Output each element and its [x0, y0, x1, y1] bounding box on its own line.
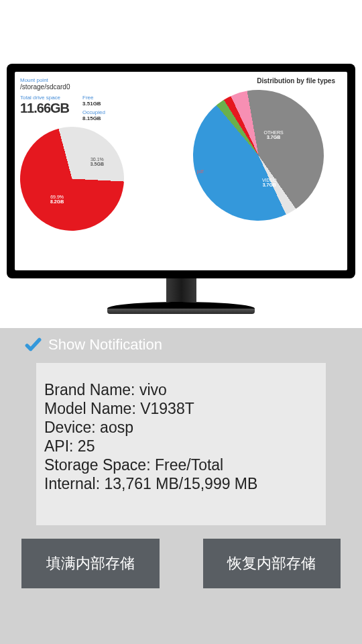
free-label: Free	[82, 95, 105, 101]
occupied-label: Occupied	[82, 109, 105, 115]
storage-line: Storage Space: Free/Total	[44, 455, 318, 474]
pie-video-label: VIDEO 3.7GB	[262, 178, 277, 187]
fill-storage-button[interactable]: 填满内部存储	[21, 539, 160, 588]
checkbox-label: Show Notification	[48, 336, 162, 354]
monitor-stand	[166, 278, 196, 302]
pie-occupied-label: 69.9% 8.2GB	[50, 195, 64, 204]
total-space-value: 11.66GB	[20, 101, 69, 116]
show-notification-checkbox[interactable]: Show Notification	[0, 328, 362, 362]
filetype-pie-chart: OTHERS 3.7GB VIDEO 3.7GB pdf	[193, 90, 324, 221]
device-info-panel: Brand Name: vivo Model Name: V1938T Devi…	[36, 363, 326, 525]
pie-others-label: OTHERS 3.7GB	[264, 130, 284, 140]
internal-line: Internal: 13,761 MB/15,999 MB	[44, 474, 318, 493]
distribution-title: Distribution by file types	[174, 77, 342, 85]
monitor-screen: Mount point /storage/sdcard0 Total drive…	[15, 72, 347, 270]
device-line: Device: aosp	[44, 418, 318, 437]
restore-storage-button[interactable]: 恢复内部存储	[203, 539, 341, 588]
brand-line: Brand Name: vivo	[44, 380, 318, 399]
monitor-frame: Mount point /storage/sdcard0 Total drive…	[7, 64, 355, 278]
pie-free-label: 30.1% 3.5GB	[90, 157, 104, 166]
occupied-value: 8.15GB	[82, 115, 105, 121]
api-line: API: 25	[44, 437, 318, 455]
checkmark-icon	[24, 336, 42, 354]
monitor-illustration: Mount point /storage/sdcard0 Total drive…	[0, 0, 362, 328]
usage-pie-chart: 30.1% 3.5GB 69.9% 8.2GB	[20, 127, 124, 231]
mount-point-value: /storage/sdcard0	[20, 83, 174, 91]
total-space-label: Total drive space	[20, 95, 69, 101]
mount-point-label: Mount point	[20, 77, 174, 83]
pie-pdf-label: pdf	[197, 169, 204, 174]
model-line: Model Name: V1938T	[44, 399, 318, 418]
monitor-base	[107, 302, 255, 309]
free-value: 3.51GB	[82, 101, 105, 107]
